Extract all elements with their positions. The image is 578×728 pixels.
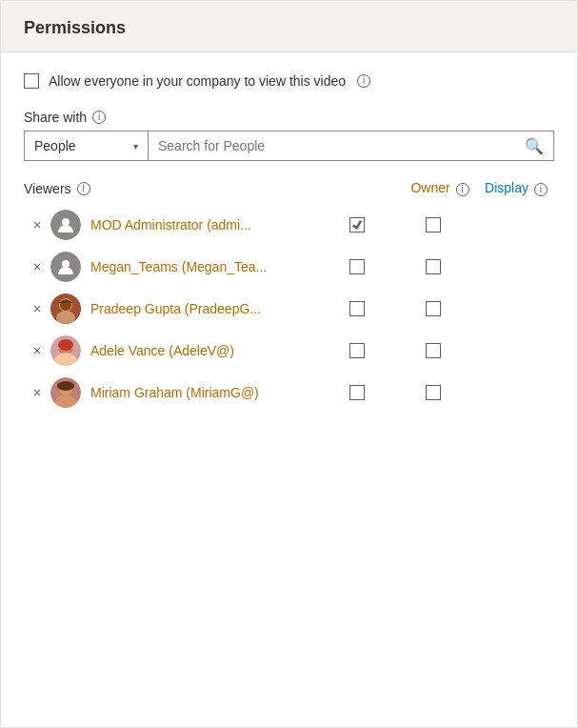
owner-checkbox[interactable] [349, 343, 365, 358]
panel-body: Allow everyone in your company to view t… [1, 52, 577, 436]
avatar [50, 210, 81, 240]
remove-button[interactable]: × [24, 217, 50, 233]
viewers-header: Viewers i Owner i Display i [24, 180, 554, 196]
owner-checkbox[interactable] [349, 217, 365, 233]
owner-cell [319, 259, 395, 274]
viewers-info-icon[interactable]: i [77, 182, 90, 195]
display-checkbox[interactable] [426, 259, 441, 274]
allow-everyone-label: Allow everyone in your company to view t… [49, 73, 346, 89]
panel-header: Permissions [1, 1, 577, 52]
share-with-section: Share with i People ▾ 🔍 [24, 110, 554, 161]
owner-cell [319, 301, 395, 316]
search-icon[interactable]: 🔍 [525, 137, 544, 155]
avatar [50, 377, 81, 408]
svg-point-1 [62, 260, 70, 268]
owner-checkbox[interactable] [349, 301, 365, 316]
display-checkbox[interactable] [426, 385, 441, 400]
owner-cell [319, 343, 395, 358]
share-with-controls: People ▾ 🔍 [24, 131, 554, 161]
display-cell [395, 301, 471, 316]
remove-button[interactable]: × [24, 385, 50, 400]
allow-everyone-row: Allow everyone in your company to view t… [24, 73, 554, 89]
display-label-text: Display [485, 180, 528, 195]
table-row: × Miriam Graham (MiriamG@) [24, 372, 554, 414]
viewers-label: Viewers [24, 181, 71, 196]
viewer-name[interactable]: Pradeep Gupta (PradeepG... [90, 301, 319, 316]
display-column-header: Display i [478, 180, 554, 196]
avatar [50, 293, 81, 324]
display-cell [395, 343, 471, 358]
avatar [50, 335, 81, 366]
owner-checkbox[interactable] [349, 259, 365, 274]
owner-info-icon[interactable]: i [456, 183, 469, 196]
display-checkbox[interactable] [426, 343, 441, 358]
share-with-text: Share with [24, 110, 87, 125]
remove-button[interactable]: × [24, 259, 50, 274]
allow-everyone-checkbox[interactable] [24, 73, 39, 89]
viewers-section: Viewers i Owner i Display i × [24, 180, 554, 414]
chevron-down-icon: ▾ [133, 141, 138, 152]
search-container: 🔍 [149, 131, 553, 160]
viewers-header-left: Viewers i [24, 181, 402, 196]
table-row: × Megan_Teams (Megan_Tea... [24, 246, 554, 288]
display-cell [395, 217, 471, 233]
display-checkbox[interactable] [426, 301, 441, 316]
avatar [50, 252, 81, 282]
table-row: × Adele Vance (AdeleV@) [24, 330, 554, 372]
allow-everyone-info-icon[interactable]: i [357, 74, 370, 88]
remove-button[interactable]: × [24, 301, 50, 316]
display-checkbox[interactable] [426, 217, 441, 233]
panel-title: Permissions [24, 18, 126, 37]
share-type-dropdown[interactable]: People ▾ [25, 131, 149, 160]
share-with-info-icon[interactable]: i [92, 111, 106, 124]
svg-point-0 [62, 218, 70, 226]
viewer-name[interactable]: Miriam Graham (MiriamG@) [90, 385, 319, 400]
table-row: × Pradeep Gupta (PradeepG... [24, 288, 554, 330]
permissions-panel: Permissions Allow everyone in your compa… [0, 0, 578, 728]
share-with-label-row: Share with i [24, 110, 554, 125]
owner-cell [319, 385, 395, 400]
table-row: × MOD Administrator (admi... [24, 204, 554, 246]
avatar-placeholder [50, 252, 81, 282]
owner-column-header: Owner i [402, 180, 478, 196]
viewer-name[interactable]: MOD Administrator (admi... [90, 217, 319, 233]
viewer-name[interactable]: Megan_Teams (Megan_Tea... [90, 259, 319, 274]
owner-checkbox[interactable] [349, 385, 365, 400]
display-cell [395, 259, 471, 274]
owner-label-text: Owner [410, 180, 449, 195]
remove-button[interactable]: × [24, 343, 50, 358]
display-cell [395, 385, 471, 400]
avatar-placeholder [50, 210, 81, 240]
owner-cell [319, 217, 395, 233]
search-input[interactable] [158, 138, 519, 153]
share-dropdown-value: People [34, 138, 128, 153]
viewer-name[interactable]: Adele Vance (AdeleV@) [90, 343, 319, 358]
display-info-icon[interactable]: i [534, 183, 548, 196]
